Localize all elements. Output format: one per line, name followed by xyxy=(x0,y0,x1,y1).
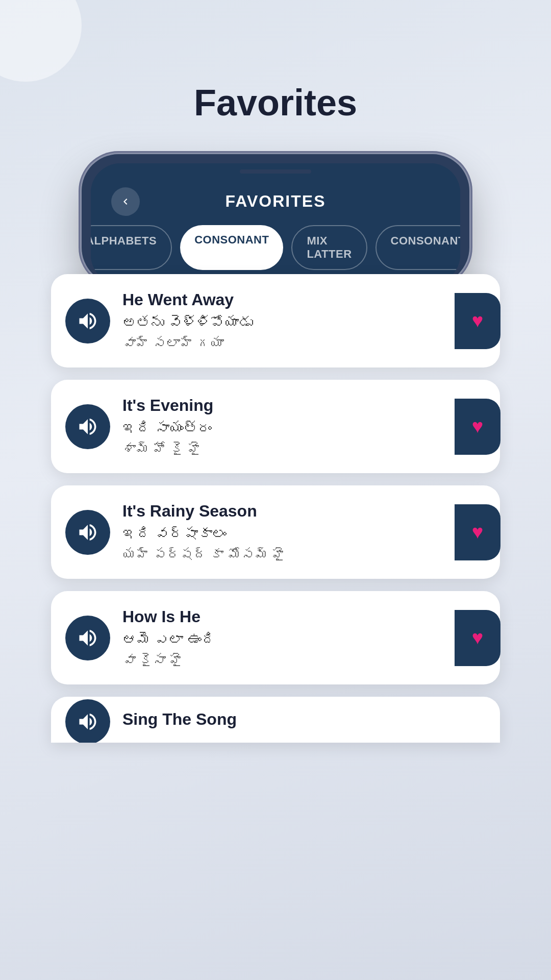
card-text-4: How Is He ఆమె ఎలా ఉంది వా కైసా హై xyxy=(122,607,442,668)
list-item: Sing The Song xyxy=(51,697,500,743)
favorite-button-2[interactable]: ♥ xyxy=(455,399,500,455)
tab-consonant1[interactable]: CONSONANT xyxy=(180,225,283,270)
app-header-title: FAVORITES xyxy=(226,192,326,211)
card-line2-3: ఇది వర్షాకాలం xyxy=(122,526,442,543)
sound-button-2[interactable] xyxy=(65,404,110,449)
card-line3-3: యహ్ పర్షద్ కా మోసమ్ హై xyxy=(122,547,442,562)
sound-button-3[interactable] xyxy=(65,510,110,555)
sound-button-5[interactable] xyxy=(65,699,110,743)
back-button[interactable] xyxy=(111,187,140,216)
cards-list: He Went Away అతను వెళ్ళిపోయాడు వాహ్ సలాహ… xyxy=(41,274,510,743)
card-line3-1: వాహ్ సలాహ్ గయా xyxy=(122,335,442,351)
tab-alphabets[interactable]: ALPHABETS xyxy=(91,225,172,270)
sound-button-1[interactable] xyxy=(65,299,110,344)
card-title-4: How Is He xyxy=(122,607,442,626)
card-line3-4: వా కైసా హై xyxy=(122,652,442,668)
heart-icon-1: ♥ xyxy=(472,310,484,332)
list-item: How Is He ఆమె ఎలా ఉంది వా కైసా హై ♥ xyxy=(51,591,500,684)
card-title-5: Sing The Song xyxy=(122,710,500,729)
card-text-5: Sing The Song xyxy=(122,710,500,734)
card-line2-4: ఆమె ఎలా ఉంది xyxy=(122,631,442,648)
app-header: FAVORITES xyxy=(91,180,460,225)
heart-icon-3: ♥ xyxy=(472,521,484,543)
page-title: Favorites xyxy=(0,0,551,154)
sound-button-4[interactable] xyxy=(65,616,110,660)
phone-shell: FAVORITES ALPHABETS CONSONANT MIX LATTER… xyxy=(82,154,469,284)
phone-notch xyxy=(91,163,460,180)
card-title-1: He Went Away xyxy=(122,290,442,309)
heart-icon-2: ♥ xyxy=(472,415,484,437)
notch-bar xyxy=(240,169,311,174)
card-title-3: It's Rainy Season xyxy=(122,502,442,521)
tab-mix-latter[interactable]: MIX LATTER xyxy=(291,225,367,270)
card-text-1: He Went Away అతను వెళ్ళిపోయాడు వాహ్ సలాహ… xyxy=(122,290,442,351)
phone-inner: FAVORITES ALPHABETS CONSONANT MIX LATTER… xyxy=(91,163,460,284)
favorite-button-4[interactable]: ♥ xyxy=(455,610,500,666)
card-text-2: It's Evening ఇది సాయంత్రం శామ్ హో కై హై xyxy=(122,396,442,457)
list-item: It's Rainy Season ఇది వర్షాకాలం యహ్ పర్ష… xyxy=(51,485,500,579)
list-item: He Went Away అతను వెళ్ళిపోయాడు వాహ్ సలాహ… xyxy=(51,274,500,368)
card-line2-1: అతను వెళ్ళిపోయాడు xyxy=(122,314,442,331)
list-item: It's Evening ఇది సాయంత్రం శామ్ హో కై హై … xyxy=(51,380,500,473)
heart-icon-4: ♥ xyxy=(472,627,484,649)
tab-consonant2[interactable]: CONSONANT xyxy=(375,225,460,270)
card-line3-2: శామ్ హో కై హై xyxy=(122,441,442,457)
favorite-button-1[interactable]: ♥ xyxy=(455,293,500,349)
card-line2-2: ఇది సాయంత్రం xyxy=(122,420,442,437)
favorite-button-3[interactable]: ♥ xyxy=(455,504,500,560)
card-text-3: It's Rainy Season ఇది వర్షాకాలం యహ్ పర్ష… xyxy=(122,502,442,562)
card-title-2: It's Evening xyxy=(122,396,442,415)
